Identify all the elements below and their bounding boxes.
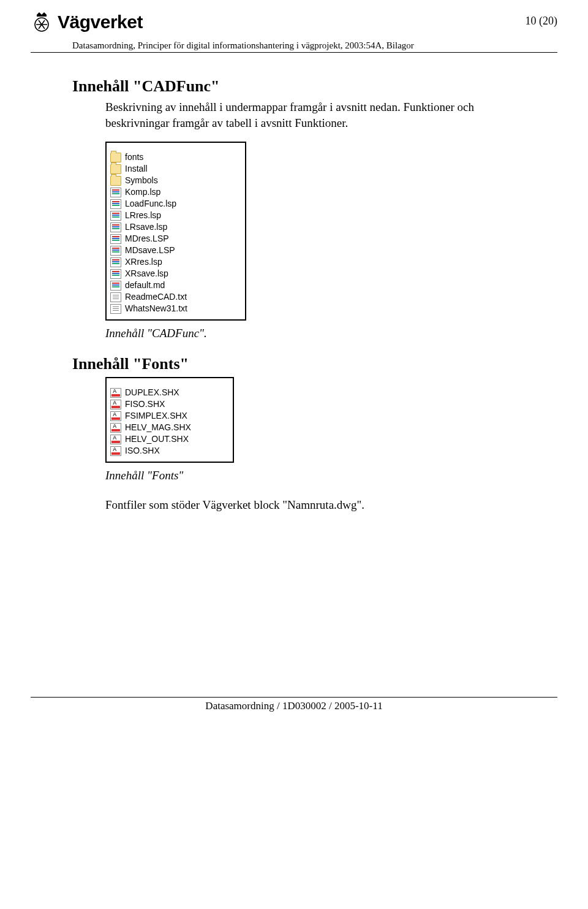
file-name: HELV_MAG.SHX — [125, 422, 191, 433]
list-item: Symbols — [110, 175, 239, 186]
shx-icon — [110, 435, 121, 444]
divider — [31, 52, 557, 53]
list-item: ISO.SHX — [110, 445, 227, 457]
file-listing-cadfunc: fontsInstallSymbolsKomp.lspLoadFunc.lspL… — [105, 142, 246, 321]
file-name: ISO.SHX — [125, 445, 160, 457]
txt-icon — [110, 292, 121, 302]
list-item: HELV_MAG.SHX — [110, 422, 227, 433]
section-note-fonts: Fontfiler som stöder Vägverket block "Na… — [105, 497, 510, 513]
list-item: fonts — [110, 151, 239, 163]
lsp-icon — [110, 257, 121, 267]
file-name: HELV_OUT.SHX — [125, 433, 189, 445]
section-title-cadfunc: Innehåll "CADFunc" — [72, 77, 557, 96]
lsp-icon — [110, 246, 121, 256]
breadcrumb: Datasamordning, Principer för digital in… — [72, 40, 557, 51]
file-name: MDres.LSP — [125, 233, 169, 245]
file-name: LoadFunc.lsp — [125, 198, 176, 210]
shx-icon — [110, 423, 121, 433]
shx-icon — [110, 400, 121, 409]
list-item: Komp.lsp — [110, 186, 239, 198]
lsp-icon — [110, 211, 121, 221]
lsp-icon — [110, 199, 121, 209]
file-name: DUPLEX.SHX — [125, 387, 179, 398]
list-item: MDsave.LSP — [110, 245, 239, 256]
footer-text: Datasamordning / 1D030002 / 2005-10-11 — [31, 700, 557, 712]
file-name: fonts — [125, 151, 143, 163]
list-item: MDres.LSP — [110, 233, 239, 245]
file-name: FSIMPLEX.SHX — [125, 410, 187, 422]
file-name: ReadmeCAD.txt — [125, 291, 187, 303]
file-name: Symbols — [125, 175, 158, 186]
list-item: default.md — [110, 280, 239, 291]
section-para-cadfunc: Beskrivning av innehåll i undermappar fr… — [105, 99, 510, 131]
file-name: LRres.lsp — [125, 210, 161, 221]
list-item: LoadFunc.lsp — [110, 198, 239, 210]
shx-icon — [110, 446, 121, 456]
list-item: LRres.lsp — [110, 210, 239, 221]
file-name: MDsave.LSP — [125, 245, 175, 256]
file-name: Komp.lsp — [125, 186, 160, 198]
lsp-icon — [110, 269, 121, 279]
list-item: WhatsNew31.txt — [110, 303, 239, 314]
shx-icon — [110, 411, 121, 421]
page-number: 10 (20) — [526, 15, 558, 28]
file-name: WhatsNew31.txt — [125, 303, 187, 314]
file-name: default.md — [125, 280, 165, 291]
list-item: FISO.SHX — [110, 398, 227, 410]
file-listing-fonts: DUPLEX.SHXFISO.SHXFSIMPLEX.SHXHELV_MAG.S… — [105, 377, 234, 463]
file-name: LRsave.lsp — [125, 221, 167, 233]
list-item: HELV_OUT.SHX — [110, 433, 227, 445]
caption-cadfunc: Innehåll "CADFunc". — [105, 327, 557, 340]
folder-icon — [110, 153, 121, 162]
lsp-icon — [110, 234, 121, 244]
list-item: XRres.lsp — [110, 256, 239, 268]
list-item: FSIMPLEX.SHX — [110, 410, 227, 422]
txt-icon — [110, 304, 121, 314]
folder-icon — [110, 164, 121, 174]
lsp-icon — [110, 188, 121, 197]
file-name: FISO.SHX — [125, 398, 165, 410]
brand-logo: Vägverket — [31, 11, 143, 33]
list-item: Install — [110, 163, 239, 175]
list-item: LRsave.lsp — [110, 221, 239, 233]
section-title-fonts: Innehåll "Fonts" — [72, 355, 557, 373]
crown-icon — [31, 11, 53, 33]
list-item: DUPLEX.SHX — [110, 387, 227, 398]
lsp-icon — [110, 281, 121, 291]
lsp-icon — [110, 222, 121, 232]
file-name: XRsave.lsp — [125, 268, 168, 280]
list-item: XRsave.lsp — [110, 268, 239, 280]
shx-icon — [110, 388, 121, 398]
folder-icon — [110, 176, 121, 186]
caption-fonts: Innehåll "Fonts" — [105, 469, 557, 482]
brand-text: Vägverket — [58, 12, 143, 32]
footer-divider — [31, 697, 557, 698]
file-name: XRres.lsp — [125, 256, 162, 268]
file-name: Install — [125, 163, 148, 175]
list-item: ReadmeCAD.txt — [110, 291, 239, 303]
